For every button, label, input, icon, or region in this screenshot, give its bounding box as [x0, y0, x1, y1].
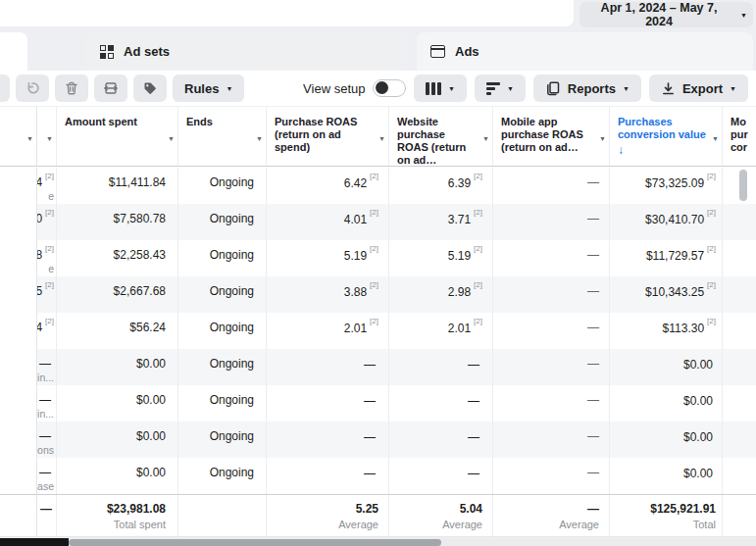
tag-button[interactable] — [133, 74, 167, 102]
cell-website-purchase-roas: 6.39[2] — [389, 168, 493, 204]
cell-purchase-roas: 6.42[2] — [267, 168, 389, 204]
header-amount-spent-label: Amount spent — [57, 116, 177, 128]
cell-clipped-last — [723, 385, 756, 422]
cell-amount-spent: $0.00 — [57, 349, 178, 385]
cell-ends: Ongoing — [178, 240, 267, 276]
table-row[interactable]: — in... $0.00 Ongoing — — — $0.00 — [0, 385, 756, 422]
export-button[interactable]: Export ▼ — [649, 74, 748, 102]
cell-website-purchase-roas: 2.98[2] — [389, 276, 493, 313]
horizontal-scrollbar-thumb[interactable] — [69, 539, 441, 546]
header-name-clipped[interactable]: ▼ — [0, 107, 37, 166]
header-results-clipped[interactable]: ▼ — [37, 107, 57, 166]
table-row[interactable]: 0[2] $7,580.78 Ongoing 4.01[2] 3.71[2] —… — [0, 204, 756, 240]
header-website-purchase-roas[interactable]: Website purchase ROAS (return on ad… ▼ — [389, 107, 493, 166]
date-range-label: Apr 1, 2024 – May 7, 2024 — [585, 1, 732, 28]
cell-mobile-purchase-roas: — — [493, 458, 610, 494]
tab-campaigns-partial[interactable] — [0, 32, 27, 71]
top-strip: Apr 1, 2024 – May 7, 2024 ▼ — [0, 0, 756, 32]
cell-website-purchase-roas: — — [389, 458, 493, 494]
tabs-row: Ad sets Ads — [0, 32, 756, 71]
date-range-picker[interactable]: Apr 1, 2024 – May 7, 2024 ▼ — [580, 2, 753, 27]
horizontal-scrollbar — [0, 538, 756, 546]
cell-name-clipped — [0, 240, 37, 276]
cell-purchase-roas: — — [267, 422, 389, 458]
sort-caret-icon: ▼ — [46, 132, 53, 145]
chevron-down-icon: ▼ — [730, 85, 736, 92]
ab-test-button[interactable] — [94, 74, 127, 102]
chevron-down-icon: ▼ — [448, 85, 455, 92]
columns-icon — [426, 82, 441, 95]
rules-button[interactable]: Rules ▼ — [173, 74, 244, 102]
cell-purchases-conversion-value: $11,729.57[2] — [610, 240, 723, 276]
toolbar-left-group: Rules ▼ — [0, 74, 244, 102]
header-mobile-purchase-roas-label: Mobile app purchase ROAS (return on ad… — [493, 116, 609, 154]
cell-name-clipped — [0, 349, 37, 385]
clipped-button[interactable] — [0, 74, 10, 102]
cell-name-clipped — [0, 168, 37, 204]
table-row[interactable]: 4[2] e $11,411.84 Ongoing 6.42[2] 6.39[2… — [0, 168, 756, 204]
sort-caret-icon: ▼ — [378, 132, 385, 145]
cell-website-purchase-roas: — — [389, 349, 493, 385]
cell-ends: Ongoing — [178, 422, 267, 458]
table-footer-row: — $23,981.08 Total spent 5.25 Average 5.… — [0, 494, 756, 537]
chevron-down-icon: ▼ — [740, 12, 747, 19]
undo-button[interactable] — [16, 74, 49, 102]
header-amount-spent[interactable]: Amount spent ▼ — [57, 107, 178, 166]
cell-amount-spent: $11,411.84 — [57, 168, 178, 204]
header-ends[interactable]: Ends ▼ — [178, 107, 267, 166]
breakdown-icon — [486, 82, 500, 95]
cell-mobile-purchase-roas: — — [493, 313, 610, 349]
cell-name-clipped — [0, 204, 37, 240]
cell-results-clipped: 8[2] e — [37, 240, 57, 276]
cell-purchases-conversion-value: $0.00 — [610, 458, 723, 494]
table-row[interactable]: 8[2] e $2,258.43 Ongoing 5.19[2] 5.19[2]… — [0, 240, 756, 276]
table-row[interactable]: 5[2] $2,667.68 Ongoing 3.88[2] 2.98[2] —… — [0, 276, 756, 313]
reports-button[interactable]: Reports ▼ — [533, 74, 641, 102]
table-row[interactable]: 4[2] $56.24 Ongoing 2.01[2] 2.01[2] — $1… — [0, 313, 756, 349]
table-row[interactable]: — ons $0.00 Ongoing — — — $0.00 — [0, 422, 756, 458]
cell-mobile-purchase-roas: — — [493, 349, 610, 385]
cell-ends: Ongoing — [178, 168, 267, 204]
footer-name-cell — [0, 495, 37, 536]
cell-purchase-roas: 3.88[2] — [267, 276, 389, 313]
columns-button[interactable]: ▼ — [414, 74, 466, 102]
cell-name-clipped — [0, 313, 37, 349]
header-mobile-purchase-roas[interactable]: Mobile app purchase ROAS (return on ad… … — [493, 107, 610, 166]
view-setup-label: View setup — [303, 81, 365, 96]
delete-button[interactable] — [55, 74, 88, 102]
footer-clipped-last — [723, 495, 756, 536]
header-purchase-roas-label: Purchase ROAS (return on ad spend) — [267, 116, 388, 154]
footer-ends — [178, 495, 267, 536]
vertical-scrollbar-thumb[interactable] — [739, 170, 747, 201]
footer-mobile-purchase-roas: — Average — [493, 495, 610, 536]
view-setup-toggle[interactable] — [373, 79, 406, 97]
cell-name-clipped — [0, 385, 37, 422]
sort-caret-icon: ▼ — [256, 132, 263, 145]
cell-ends: Ongoing — [178, 313, 267, 349]
tab-ads[interactable]: Ads — [417, 32, 753, 71]
cell-website-purchase-roas: 3.71[2] — [389, 204, 493, 240]
table-row[interactable]: — ase $0.00 Ongoing — — — $0.00 — [0, 458, 756, 494]
cell-amount-spent: $7,580.78 — [57, 204, 178, 240]
footer-results-cell: — — [37, 495, 57, 536]
export-label: Export — [682, 81, 723, 96]
cell-results-clipped: — in... — [37, 349, 57, 385]
cell-amount-spent: $0.00 — [57, 385, 178, 422]
footer-purchases-conversion-value: $125,921.91 Total — [610, 495, 723, 536]
breakdown-button[interactable]: ▼ — [475, 74, 526, 102]
tab-ad-sets[interactable]: Ad sets — [86, 32, 407, 71]
toolbar-right-group: View setup ▼ ▼ Reports ▼ — [303, 74, 748, 102]
cell-amount-spent: $0.00 — [57, 422, 178, 458]
cell-purchases-conversion-value: $0.00 — [610, 385, 723, 422]
header-purchases-conversion-value[interactable]: Purchases conversion value ↓ ▼ — [610, 107, 723, 166]
cell-website-purchase-roas: 2.01[2] — [389, 313, 493, 349]
table-header: ▼ ▼ Amount spent ▼ Ends ▼ Purchase ROAS … — [0, 106, 756, 167]
ads-manager-screen: Apr 1, 2024 – May 7, 2024 ▼ Ad sets Ads — [0, 0, 756, 546]
header-purchase-roas[interactable]: Purchase ROAS (return on ad spend) ▼ — [267, 107, 389, 166]
header-clipped-last[interactable]: Mo pur cor — [723, 107, 756, 166]
cell-website-purchase-roas: 5.19[2] — [389, 240, 493, 276]
cell-clipped-last — [723, 240, 756, 276]
search-bar[interactable] — [0, 0, 574, 26]
table-row[interactable]: — in... $0.00 Ongoing — — — $0.00 — [0, 349, 756, 385]
ad-sets-grid-icon — [100, 45, 114, 59]
